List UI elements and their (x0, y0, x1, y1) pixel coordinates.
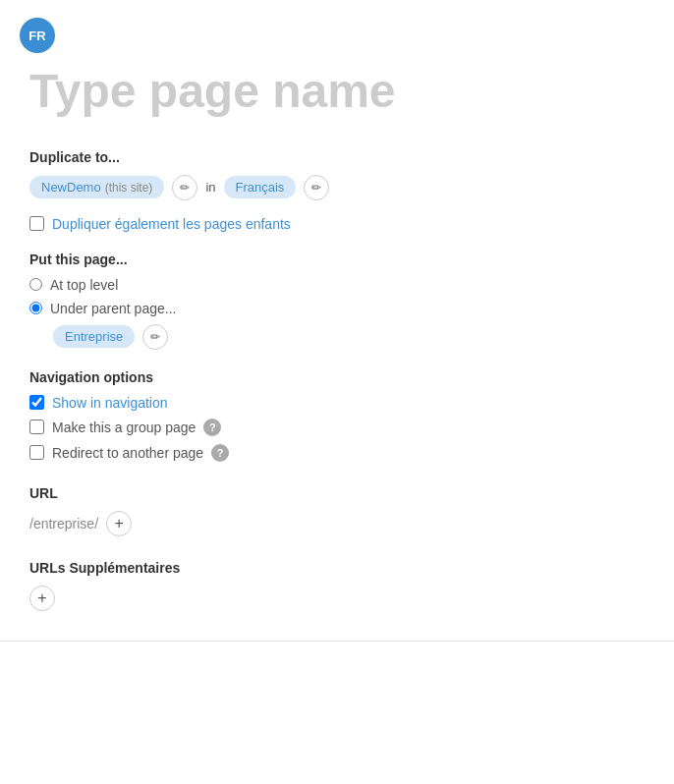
url-add-button[interactable]: + (106, 511, 132, 536)
urls-add-button[interactable]: + (29, 586, 55, 611)
show-in-nav-label[interactable]: Show in navigation (52, 395, 168, 411)
under-parent-row: Under parent page... (29, 301, 645, 316)
pencil-icon-2: ✏ (311, 181, 321, 195)
urls-supplementaires-label: URLs Supplémentaires (29, 560, 645, 576)
site-pill[interactable]: NewDemo (this site) (29, 176, 164, 198)
site-edit-button[interactable]: ✏ (172, 175, 197, 200)
show-in-nav-checkbox[interactable] (29, 395, 44, 410)
pencil-icon-3: ✏ (150, 330, 160, 344)
parent-page-pill[interactable]: Entreprise (53, 325, 135, 348)
redirect-help-icon[interactable]: ? (211, 444, 229, 462)
under-parent-label[interactable]: Under parent page... (50, 301, 176, 316)
urls-supplementaires-add-row: + (29, 586, 645, 611)
page-title[interactable]: Type page name (29, 63, 645, 120)
bottom-divider (0, 641, 674, 642)
language-pill[interactable]: Français (224, 176, 297, 198)
urls-supplementaires-section: URLs Supplémentaires + (29, 560, 645, 611)
url-row: /entreprise/ + (29, 511, 645, 536)
group-page-label[interactable]: Make this a group page (52, 420, 196, 435)
redirect-checkbox[interactable] (29, 445, 44, 460)
duplicate-row: NewDemo (this site) ✏ in Français ✏ (29, 175, 645, 200)
url-section: URL /entreprise/ + (29, 485, 645, 536)
put-page-label: Put this page... (29, 252, 645, 267)
plus-icon: + (114, 516, 123, 532)
redirect-row: Redirect to another page ? (29, 444, 645, 462)
language-edit-button[interactable]: ✏ (304, 175, 329, 200)
url-label: URL (29, 485, 645, 501)
duplicate-children-row: Dupliquer également les pages enfants (29, 216, 645, 232)
in-separator: in (205, 180, 215, 195)
duplicate-children-label[interactable]: Dupliquer également les pages enfants (52, 216, 291, 232)
duplicate-label: Duplicate to... (29, 149, 645, 165)
top-level-row: At top level (29, 277, 645, 293)
top-level-radio[interactable] (29, 278, 42, 291)
duplicate-children-checkbox[interactable] (29, 216, 44, 231)
redirect-label[interactable]: Redirect to another page (52, 445, 203, 461)
plus-icon-2: + (37, 590, 46, 606)
parent-edit-button[interactable]: ✏ (142, 324, 168, 350)
group-page-row: Make this a group page ? (29, 419, 645, 436)
pencil-icon: ✏ (180, 181, 190, 195)
url-value: /entreprise/ (29, 516, 98, 532)
group-page-checkbox[interactable] (29, 420, 44, 434)
avatar[interactable]: FR (20, 18, 55, 53)
top-level-label[interactable]: At top level (50, 277, 118, 293)
navigation-label: Navigation options (29, 369, 645, 385)
group-page-help-icon[interactable]: ? (203, 419, 221, 436)
parent-page-content: Entreprise ✏ (53, 324, 645, 350)
under-parent-radio[interactable] (29, 302, 42, 314)
show-in-nav-row: Show in navigation (29, 395, 645, 411)
navigation-section: Navigation options Show in navigation Ma… (29, 369, 645, 462)
